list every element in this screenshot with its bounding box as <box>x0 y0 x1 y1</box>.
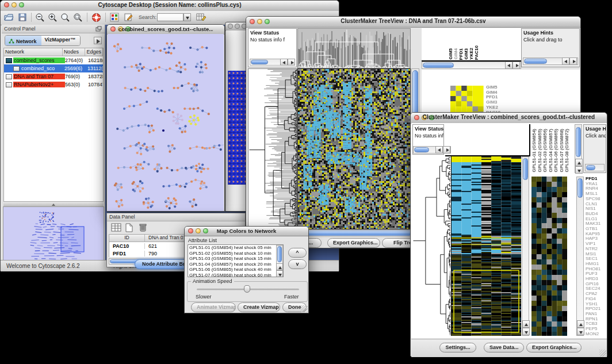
birdseye-view[interactable] <box>3 206 104 265</box>
save-session-button[interactable] <box>18 13 27 24</box>
attribute-listbox[interactable]: GPL51-01 (GSM854) heat shock 05 minGPL51… <box>188 244 284 277</box>
export-graphics-button[interactable]: Export Graphics... <box>526 343 582 352</box>
row-dendrogram-canvas[interactable] <box>248 69 297 229</box>
export-graphics-button[interactable]: Export Graphics... <box>327 238 380 248</box>
attribute-item[interactable]: GPL51-02 (GSM855) heat shock 10 min <box>188 251 283 256</box>
column-label[interactable]: PAC10 <box>474 45 479 60</box>
tv2-status-hscrollbar[interactable] <box>413 146 451 154</box>
column-label[interactable]: GPL51-07 (GSM868) <box>559 129 565 173</box>
vscroll-thumb[interactable] <box>523 158 528 180</box>
treeview2-title-bar[interactable]: ClusterMaker TreeView : combined_scores_… <box>411 113 607 124</box>
tv2-labels-vscrollbar[interactable] <box>575 124 582 173</box>
close-icon[interactable] <box>250 19 255 24</box>
tv1-main-hscrollbar[interactable] <box>297 229 419 237</box>
col-id[interactable]: ID <box>109 235 145 242</box>
scroll-right-button[interactable] <box>512 62 520 69</box>
scroll-right-button[interactable] <box>288 59 295 66</box>
network-row[interactable]: combined_scores 2764(0) 16218(0) <box>4 56 103 64</box>
tv2-heatmap-view[interactable] <box>451 156 521 336</box>
network-row[interactable]: RNAPuberNov2+ 563(0) 107847(0) <box>4 81 103 89</box>
save-data-button[interactable]: Save Data... <box>484 343 524 352</box>
search-input[interactable] <box>157 13 183 21</box>
heatmap-canvas[interactable] <box>452 156 521 336</box>
resize-grip[interactable] <box>301 305 308 312</box>
attribute-item[interactable]: GPL51-07 (GSM868) heat shock 60 min <box>188 273 283 277</box>
column-dendrogram-canvas[interactable] <box>298 29 410 68</box>
scroll-up-button[interactable] <box>577 320 584 328</box>
tv1-column-dendrogram[interactable] <box>297 28 411 68</box>
main-title-bar[interactable]: Cytoscape Desktop (Session Name: collins… <box>1 1 339 12</box>
tab-vizmapper[interactable]: VizMapper™ <box>41 36 81 45</box>
column-label[interactable]: GIM3 <box>464 48 469 60</box>
close-icon[interactable] <box>188 228 193 233</box>
tv1-zoom-hscrollbar[interactable] <box>422 62 521 69</box>
hscroll-thumb[interactable] <box>423 63 454 68</box>
gene-label[interactable]: MON2 <box>586 332 607 337</box>
tv2-row-dendrogram[interactable] <box>412 156 450 336</box>
move-down-button[interactable]: v <box>288 259 307 269</box>
tv1-heatmap-view[interactable] <box>297 68 411 229</box>
create-vizmap-button[interactable]: Create Vizmap <box>238 302 280 312</box>
col-edges[interactable]: Edges <box>85 48 103 56</box>
speed-slider-thumb[interactable] <box>244 285 250 293</box>
search-dropdown-button[interactable] <box>183 13 191 21</box>
resize-grip[interactable] <box>599 350 606 357</box>
close-icon[interactable] <box>228 24 233 29</box>
float-panel-icon[interactable] <box>95 26 102 32</box>
attribute-item[interactable]: GPL51-01 (GSM854) heat shock 05 min <box>188 245 283 251</box>
birdseye-canvas[interactable] <box>3 207 104 264</box>
scroll-down-button[interactable] <box>276 270 283 277</box>
settings-button[interactable]: Settings... <box>439 343 476 352</box>
scroll-right-button[interactable] <box>443 146 450 154</box>
column-label[interactable]: GPL51-04 (GSM857) <box>548 129 554 173</box>
animate-vizmap-button[interactable]: Animate Vizmap <box>191 302 236 312</box>
tv2-vscrollbar[interactable] <box>522 156 529 336</box>
zoom-selected-button[interactable] <box>73 13 83 24</box>
dialog-title-bar[interactable]: Map Colors to Network <box>185 227 308 236</box>
help-button[interactable] <box>91 13 101 25</box>
tv1-status-hscrollbar[interactable] <box>250 59 295 66</box>
close-icon[interactable] <box>414 115 419 120</box>
attribute-browser-button[interactable] <box>196 13 206 24</box>
scroll-right-button[interactable] <box>569 58 577 65</box>
column-label[interactable]: GPL51-08 (GSM872) <box>564 129 570 173</box>
network-graph-canvas[interactable] <box>108 34 224 211</box>
vscroll-thumb[interactable] <box>576 127 581 157</box>
scroll-left-button[interactable] <box>435 146 443 154</box>
col-network[interactable]: Network <box>4 48 63 56</box>
network-view-title-bar[interactable]: combined_scores_good.txt--cluste... <box>107 25 224 35</box>
hscroll-thumb[interactable] <box>586 165 595 170</box>
hscroll-thumb[interactable] <box>414 147 429 152</box>
treeview1-title-bar[interactable]: ClusterMaker TreeView : DNA and Tran 07-… <box>246 17 580 28</box>
move-up-button[interactable]: ^ <box>288 248 307 258</box>
table-mode-button[interactable] <box>111 223 121 235</box>
scroll-down-button[interactable] <box>575 166 583 174</box>
new-attribute-button[interactable] <box>125 223 133 235</box>
heatmap-canvas[interactable] <box>298 69 410 229</box>
scroll-down-button[interactable] <box>577 328 584 335</box>
minimize-icon[interactable] <box>235 24 240 29</box>
attribute-item[interactable]: GPL51-04 (GSM857) heat shock 20 min <box>188 262 283 267</box>
column-label[interactable]: GIM5 <box>448 48 453 60</box>
column-label[interactable]: GPL51-02 (GSM855) <box>537 129 543 173</box>
hscroll-thumb[interactable] <box>524 59 547 64</box>
network-row[interactable]: combined_sco 2569(6) 13112(15) <box>4 64 103 72</box>
column-label[interactable]: GPL51-06 (GSM865) <box>553 129 559 173</box>
tab-network[interactable]: Network <box>5 36 41 45</box>
attribute-item[interactable]: GPL51-03 (GSM856) heat shock 15 min <box>188 256 283 262</box>
tv2-zoom-vscrollbar[interactable] <box>576 177 584 336</box>
scroll-up-button[interactable] <box>276 263 283 270</box>
zoom-fit-button[interactable] <box>60 13 70 24</box>
scroll-left-button[interactable] <box>562 58 569 65</box>
column-label[interactable]: YKE2 <box>469 48 474 60</box>
close-icon[interactable] <box>110 26 116 32</box>
tv1-row-dendrogram[interactable] <box>248 68 297 229</box>
column-label[interactable]: GPL51-01 (GSM854) <box>531 129 537 173</box>
delete-attribute-button[interactable] <box>139 223 147 235</box>
column-label[interactable]: GIM4 <box>453 48 458 60</box>
zoom-in-button[interactable] <box>48 13 58 24</box>
scroll-left-button[interactable] <box>280 59 288 66</box>
col-nodes[interactable]: Nodes <box>63 48 86 56</box>
tv2-hints-hscrollbar[interactable] <box>585 164 605 171</box>
scroll-left-button[interactable] <box>505 62 512 69</box>
